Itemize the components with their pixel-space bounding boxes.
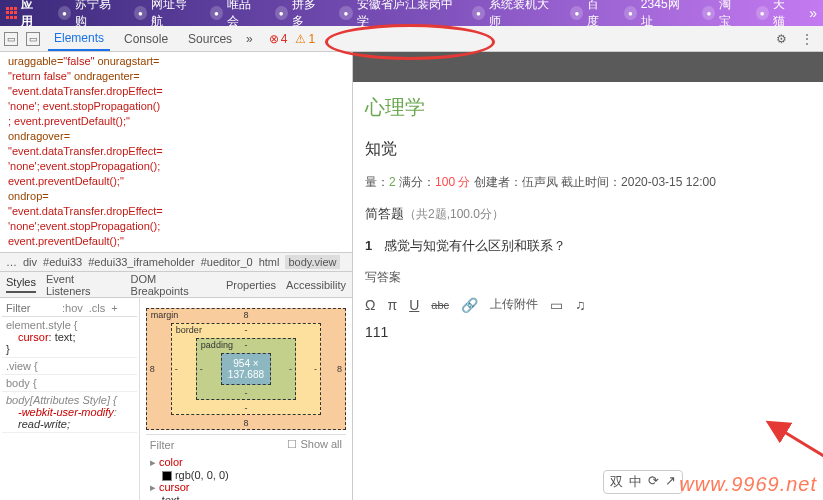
subtab[interactable]: Event Listeners (46, 273, 121, 297)
bookmark-item[interactable]: ●2345网址 (624, 0, 689, 30)
tabs-overflow[interactable]: » (246, 32, 253, 46)
strike-button[interactable]: abc (431, 299, 449, 311)
bookmark-icon: ● (570, 6, 583, 20)
device-toggle-icon[interactable]: ▭ (26, 32, 40, 46)
crumb-item[interactable]: … (6, 256, 17, 268)
page-content: 心理学 知觉 量：2 满分：100 分 创建者：伍声凤 截止时间：2020-03… (353, 52, 823, 500)
section-header: 简答题（共2题,100.0分） (365, 205, 811, 223)
bookmark-icon: ● (275, 6, 288, 20)
apps-label: 应用 (21, 0, 44, 30)
subtab[interactable]: DOM Breakpoints (131, 273, 216, 297)
error-count[interactable]: ⊗4 (269, 32, 288, 46)
tool-button[interactable]: ↗ (665, 473, 676, 491)
settings-icon[interactable]: ⚙ (776, 32, 787, 46)
inspect-icon[interactable]: ▭ (4, 32, 18, 46)
tab-sources[interactable]: Sources (182, 28, 238, 50)
question: 1感觉与知觉有什么区别和联系？ (365, 237, 811, 255)
crumb-item[interactable]: div (23, 256, 37, 268)
bookmark-icon: ● (624, 6, 637, 20)
bookmark-icon: ● (339, 6, 352, 20)
crumb-item[interactable]: body.view (285, 255, 339, 269)
css-rule[interactable]: body {</span></div><div class="prop"><sp… (2, 375, 137, 392)
answer-editor[interactable]: 111 (365, 319, 811, 379)
css-rule[interactable]: body[Attributes Style] {-webkit-user-mod… (2, 392, 137, 433)
underline-button[interactable]: U (409, 297, 419, 313)
subtab[interactable]: Accessibility (286, 279, 346, 291)
tool-button[interactable]: ⟳ (648, 473, 659, 491)
page-title: 心理学 (365, 94, 811, 121)
meta-line: 量：2 满分：100 分 创建者：伍声凤 截止时间：2020-03-15 12:… (365, 174, 811, 191)
bookmark-item[interactable]: ●系统装机大师 (472, 0, 557, 30)
watermark: www.9969.net (679, 473, 817, 496)
css-rule[interactable]: .view {</span></div><div class="prop"><s… (2, 358, 137, 375)
floating-toolbar[interactable]: 双中⟳↗ (603, 470, 683, 494)
crumb-item[interactable]: #edui33 (43, 256, 82, 268)
computed-list[interactable]: ▸ color rgb(0, 0, 0) ▸ cursor text ▸ dis… (146, 454, 346, 500)
filter-input[interactable] (6, 302, 56, 314)
music-button[interactable]: ♫ (575, 297, 586, 313)
attach-button[interactable]: 上传附件 (490, 296, 538, 313)
warning-count[interactable]: ⚠1 (295, 32, 315, 46)
bookmark-icon: ● (472, 6, 485, 20)
bookmark-list: ●苏宁易购●网址导航●唯品会●拼多多●安徽省庐江裴岗中学●系统装机大师●百度●2… (58, 0, 795, 30)
bookmark-item[interactable]: ●拼多多 (275, 0, 326, 30)
bookmark-icon: ● (58, 6, 71, 20)
pi-button[interactable]: π (387, 297, 397, 313)
bookmark-item[interactable]: ●唯品会 (210, 0, 261, 30)
devtools-panel: uraggable="false" onuragstart="return fa… (0, 52, 353, 500)
computed-filter: Filter ☐ Show all (146, 434, 346, 454)
tab-elements[interactable]: Elements (48, 27, 110, 51)
styles-filter: :hov .cls + (2, 300, 137, 317)
editor-toolbar: Ω π U abc 🔗 上传附件 ▭ ♫ (365, 296, 811, 313)
bookmark-icon: ● (134, 6, 147, 20)
bookmark-icon: ● (756, 6, 769, 20)
bookmark-icon: ● (210, 6, 223, 20)
crumb-item[interactable]: #ueditor_0 (201, 256, 253, 268)
css-rule[interactable]: element.style {cursor: text;} (2, 317, 137, 358)
page-subtitle: 知觉 (365, 139, 811, 160)
omega-button[interactable]: Ω (365, 297, 375, 313)
link-button[interactable]: 🔗 (461, 297, 478, 313)
bookmark-icon: ● (702, 6, 715, 20)
hov-toggle[interactable]: :hov (62, 302, 83, 314)
subtab[interactable]: Properties (226, 279, 276, 291)
box-content: 954 × 137.688 (221, 353, 271, 385)
page-header-bar (353, 52, 823, 82)
apps-button[interactable]: 应用 (6, 0, 44, 30)
tab-console[interactable]: Console (118, 28, 174, 50)
styles-subtabs: StylesEvent ListenersDOM BreakpointsProp… (0, 272, 352, 298)
image-button[interactable]: ▭ (550, 297, 563, 313)
answer-label: 写答案 (365, 269, 811, 286)
bookmark-item[interactable]: ●百度 (570, 0, 609, 30)
bookmark-item[interactable]: ●天猫 (756, 0, 795, 30)
subtab[interactable]: Styles (6, 276, 36, 293)
extensions-icon[interactable]: » (809, 5, 817, 21)
breadcrumb[interactable]: …div#edui33#edui33_iframeholder#ueditor_… (0, 252, 352, 272)
styles-pane: :hov .cls + element.style {cursor: text;… (0, 298, 140, 500)
kebab-icon[interactable]: ⋮ (795, 32, 819, 46)
bookmark-item[interactable]: ●网址导航 (134, 0, 196, 30)
cls-toggle[interactable]: .cls (89, 302, 106, 314)
crumb-item[interactable]: html (259, 256, 280, 268)
tool-button[interactable]: 双 (610, 473, 623, 491)
box-model[interactable]: margin 8888 border ---- padding ---- 954… (146, 308, 346, 430)
crumb-item[interactable]: #edui33_iframeholder (88, 256, 194, 268)
add-rule-icon[interactable]: + (111, 302, 117, 314)
bookmark-bar: 应用 ●苏宁易购●网址导航●唯品会●拼多多●安徽省庐江裴岗中学●系统装机大师●百… (0, 0, 823, 26)
computed-pane: margin 8888 border ---- padding ---- 954… (140, 298, 352, 500)
apps-grid-icon (6, 7, 17, 19)
bookmark-item[interactable]: ●苏宁易购 (58, 0, 120, 30)
bookmark-item[interactable]: ●淘宝 (702, 0, 741, 30)
dom-source[interactable]: uraggable="false" onuragstart="return fa… (0, 52, 352, 252)
tool-button[interactable]: 中 (629, 473, 642, 491)
bookmark-item[interactable]: ●安徽省庐江裴岗中学 (339, 0, 457, 30)
